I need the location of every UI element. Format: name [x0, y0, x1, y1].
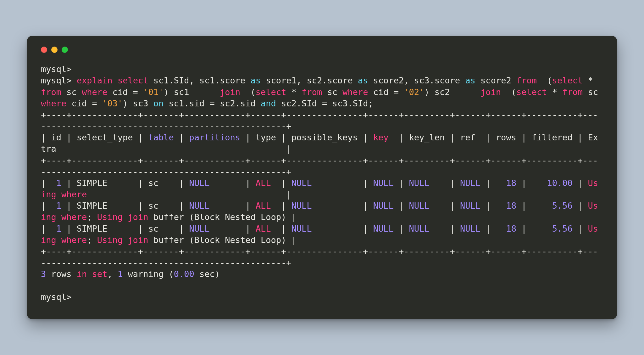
cell-rows: 18 — [506, 178, 516, 188]
table-row: | — [480, 224, 506, 234]
terminal-window: mysql> mysql> explain select sc1.SId, sc… — [27, 36, 617, 319]
sql-text: sc — [322, 87, 342, 97]
terminal-output[interactable]: mysql> mysql> explain select sc1.SId, sc… — [41, 64, 603, 303]
cell-null: NULL — [189, 201, 209, 211]
table-border: +----+-------------+-------+------------… — [41, 110, 598, 131]
cell-null: NULL — [373, 224, 394, 234]
table-row: | — [573, 201, 588, 211]
sql-text: sc1.SId, sc1. — [153, 76, 220, 85]
cell-null: NULL — [460, 178, 480, 188]
cell-null: NULL — [373, 201, 394, 211]
table-row: | — [41, 201, 56, 211]
table-row: buffer (Block Nested Loop) | — [148, 212, 296, 222]
result-count: 3 — [41, 269, 46, 279]
sql-text: score1, sc2. — [261, 76, 327, 85]
cell-all: ALL — [256, 201, 271, 211]
sql-text: sc2.SId = sc3.SId; — [276, 99, 373, 108]
cell-null: NULL — [409, 178, 430, 188]
close-icon[interactable] — [41, 47, 47, 53]
result-text: , — [107, 269, 118, 279]
cell-null: NULL — [460, 201, 480, 211]
sql-text: sc1.sid = sc2.sid — [164, 99, 261, 108]
sql-text: ) sc3 — [123, 99, 153, 108]
cell-null: NULL — [189, 224, 209, 234]
kw-select: select — [552, 76, 583, 85]
table-row: | SIMPLE | sc | — [61, 201, 189, 211]
table-row: | — [480, 178, 506, 188]
sql-text: cid = — [107, 87, 143, 97]
table-row: ; — [87, 235, 97, 245]
table-row: | — [312, 201, 373, 211]
table-row: | — [516, 178, 547, 188]
table-row: | — [430, 178, 460, 188]
table-row: | — [209, 224, 255, 234]
table-row: | — [271, 201, 291, 211]
maximize-icon[interactable] — [62, 47, 68, 53]
sql-text: score2, sc3. — [368, 76, 434, 85]
table-row: | — [516, 224, 552, 234]
prompt: mysql> — [41, 76, 72, 85]
kw-select: select — [118, 76, 148, 85]
sql-text: * — [547, 87, 562, 97]
cell-filtered: 5.56 — [552, 201, 573, 211]
cell-null: NULL — [189, 178, 209, 188]
sql-text: cid = — [66, 99, 102, 108]
col-partitions: partitions — [189, 132, 240, 142]
cell-null: NULL — [409, 201, 430, 211]
result-text: rows — [46, 269, 77, 279]
table-row: | SIMPLE | sc | — [61, 178, 189, 188]
timing: 0.00 — [174, 269, 194, 279]
kw-in: in — [77, 269, 87, 279]
result-text — [87, 269, 92, 279]
cell-null: NULL — [409, 224, 430, 234]
kw-on: on — [153, 99, 164, 108]
table-row: | — [209, 178, 255, 188]
sql-text: cid = — [368, 87, 404, 97]
table-row: | — [271, 178, 291, 188]
table-row: | — [41, 224, 56, 234]
table-row: | — [394, 178, 409, 188]
sql-text: ( — [547, 76, 552, 85]
cell-null: NULL — [291, 201, 312, 211]
result-text: sec) — [194, 269, 220, 279]
cell-id: 1 — [56, 178, 61, 188]
warning-count: 1 — [118, 269, 123, 279]
kw-where: where — [342, 87, 368, 97]
cell-id: 1 — [56, 201, 61, 211]
cell-null: NULL — [373, 178, 394, 188]
kw-set: set — [92, 269, 108, 279]
cell-rows: 18 — [506, 201, 516, 211]
cell-id: 1 — [56, 224, 61, 234]
sql-text: sc — [583, 87, 603, 97]
table-row: | — [41, 178, 56, 188]
table-row: | — [394, 224, 409, 234]
kw-where: where — [41, 99, 66, 108]
prompt: mysql> — [41, 292, 72, 302]
result-text: warning ( — [123, 269, 174, 279]
sql-text: ) sc2 — [424, 87, 480, 97]
cell-filtered: 10.00 — [547, 178, 572, 188]
table-row: | — [430, 201, 460, 211]
kw-as: as — [358, 76, 368, 85]
kw-from: from — [562, 87, 583, 97]
kw-from: from — [302, 87, 322, 97]
table-header: | — [174, 132, 189, 142]
kw-explain: explain — [77, 76, 113, 85]
sql-literal: '01' — [143, 87, 164, 97]
table-row: | — [394, 201, 409, 211]
table-header: | id | select_type | — [41, 132, 148, 142]
kw-join: join — [480, 87, 501, 97]
minimize-icon[interactable] — [51, 47, 58, 53]
sql-text: * — [286, 87, 302, 97]
table-row: | — [209, 201, 255, 211]
kw-as: as — [465, 76, 475, 85]
window-controls — [41, 47, 603, 53]
kw-as: as — [251, 76, 261, 85]
sql-text: ) sc1 — [164, 87, 220, 97]
prompt: mysql> — [41, 64, 72, 74]
cell-null: NULL — [291, 178, 312, 188]
cell-filtered: 5.56 — [552, 224, 573, 234]
table-row: ; — [87, 212, 97, 222]
sql-literal: '03' — [102, 99, 123, 108]
kw-select: select — [256, 87, 286, 97]
